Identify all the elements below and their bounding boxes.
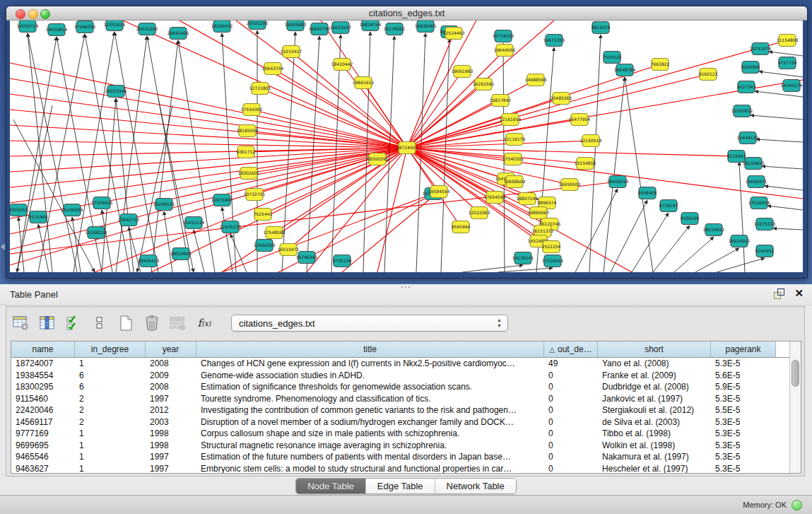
- network-window-titlebar[interactable]: citations_edges.txt: [6, 6, 807, 21]
- graph-node[interactable]: 10732751: [244, 189, 266, 201]
- graph-node[interactable]: 18019502: [703, 224, 725, 236]
- graph-node[interactable]: 8813074: [592, 22, 611, 34]
- graph-node[interactable]: 19884067: [528, 207, 550, 219]
- close-panel-icon[interactable]: ✕: [794, 288, 804, 299]
- graph-node[interactable]: 9245052: [755, 245, 775, 257]
- graph-node[interactable]: 9160123: [699, 69, 718, 81]
- graph-node[interactable]: 20691406: [167, 28, 189, 40]
- column-header-pagerank[interactable]: pagerank: [711, 341, 776, 357]
- graph-node[interactable]: 18302601: [238, 168, 260, 180]
- graph-node[interactable]: 9338205: [681, 213, 700, 225]
- graph-node[interactable]: 17654599: [484, 192, 506, 204]
- column-header-short[interactable]: short: [598, 341, 711, 357]
- graph-node[interactable]: 17334216: [542, 255, 564, 267]
- table-settings-icon[interactable]: [12, 314, 30, 332]
- graph-node[interactable]: 12116179: [504, 134, 526, 146]
- panel-resize-grip[interactable]: [400, 285, 410, 290]
- table-row[interactable]: 977716911998Corpus callosum shape and si…: [11, 428, 801, 440]
- table-row[interactable]: 946554611997Estimation of the future num…: [11, 451, 801, 463]
- table-row[interactable]: 1830029562008Estimation of significance …: [11, 381, 801, 393]
- graph-node[interactable]: 20053346: [105, 86, 127, 98]
- graph-node[interactable]: 9361712: [237, 146, 256, 158]
- float-panel-icon[interactable]: [773, 288, 784, 299]
- graph-node[interactable]: 8393051: [10, 204, 28, 216]
- delete-trash-icon[interactable]: [143, 314, 161, 332]
- table-scrollbar-thumb[interactable]: [792, 360, 799, 387]
- clear-selection-icon[interactable]: [90, 314, 109, 332]
- function-builder-icon[interactable]: f(x): [195, 314, 213, 332]
- graph-node[interactable]: 9735134: [333, 255, 352, 267]
- graph-node[interactable]: 16836465: [415, 21, 437, 33]
- column-header-year[interactable]: year: [146, 341, 196, 357]
- graph-node[interactable]: 12022063: [469, 207, 490, 219]
- graph-node[interactable]: 12093832: [731, 105, 753, 117]
- graph-node[interactable]: 16510471: [278, 244, 300, 256]
- graph-node[interactable]: 20206535: [153, 199, 175, 211]
- graph-node[interactable]: 7515526: [603, 52, 622, 64]
- graph-node[interactable]: 16477954: [569, 114, 591, 126]
- graph-node[interactable]: 14345274: [781, 80, 803, 92]
- graph-node[interactable]: 18724007: [396, 142, 418, 154]
- graph-node[interactable]: 18024901: [170, 248, 192, 260]
- column-header-out_de[interactable]: △out_de…: [544, 341, 598, 357]
- new-document-icon[interactable]: [117, 314, 135, 332]
- graph-node[interactable]: 17359926: [91, 197, 113, 209]
- graph-node[interactable]: 6779197: [659, 200, 678, 212]
- graph-node[interactable]: 12654309: [254, 240, 276, 252]
- graph-node[interactable]: 19644556: [494, 45, 516, 57]
- graph-node[interactable]: 15905413: [138, 255, 160, 267]
- graph-node[interactable]: 15154816: [575, 158, 596, 170]
- graph-node[interactable]: 10688609: [504, 176, 526, 188]
- graph-node[interactable]: 19061983: [452, 66, 473, 78]
- table-row[interactable]: 946362711997Embryonic stem cells: a mode…: [11, 463, 801, 474]
- graph-node[interactable]: 16959503: [559, 179, 581, 191]
- graph-node[interactable]: 16262592: [473, 78, 495, 90]
- graph-node[interactable]: 19861612: [353, 77, 375, 89]
- graph-node[interactable]: 20301295: [247, 21, 269, 30]
- graph-node[interactable]: 20643754: [262, 63, 284, 75]
- network-canvas[interactable]: 1405572419920814179993561235162620031506…: [10, 21, 803, 272]
- tab-network-table[interactable]: Network Table: [435, 479, 516, 493]
- graph-node[interactable]: 11015417: [281, 46, 302, 58]
- graph-node[interactable]: 15692971: [746, 176, 767, 188]
- graph-node[interactable]: 14055724: [17, 21, 39, 33]
- select-column-icon[interactable]: [38, 314, 57, 332]
- graph-node[interactable]: 15751074: [750, 43, 772, 55]
- graph-node[interactable]: 7625442: [254, 209, 273, 221]
- citation-network-graph[interactable]: 1405572419920814179993561235162620031506…: [10, 21, 803, 272]
- graph-node[interactable]: 18420447: [331, 59, 353, 71]
- graph-node[interactable]: 17016504: [748, 197, 770, 209]
- graph-node[interactable]: 19920814: [46, 24, 68, 36]
- graph-node[interactable]: 9115460: [29, 211, 48, 223]
- graph-node[interactable]: 11451134: [183, 217, 205, 229]
- graph-node[interactable]: 17999356: [74, 21, 96, 33]
- table-row[interactable]: 1938455462009Genome-wide association stu…: [11, 370, 801, 382]
- graph-node[interactable]: 9727734: [778, 57, 797, 69]
- table-scrollbar[interactable]: [789, 341, 801, 473]
- graph-node[interactable]: 10975887: [211, 194, 233, 206]
- graph-node[interactable]: 15268123: [86, 227, 107, 239]
- graph-node[interactable]: 18300295: [367, 153, 389, 165]
- graph-node[interactable]: 19565683: [285, 21, 307, 31]
- graph-node[interactable]: 18200432: [211, 21, 233, 33]
- graph-node[interactable]: 10653267: [330, 22, 352, 34]
- graph-node[interactable]: 12160518: [580, 135, 602, 147]
- graph-node[interactable]: 19584554: [428, 186, 450, 198]
- graph-node[interactable]: 16842790: [309, 23, 331, 35]
- tab-edge-table[interactable]: Edge Table: [366, 479, 435, 493]
- graph-node[interactable]: 16924502: [729, 235, 751, 247]
- select-all-checks-icon[interactable]: [64, 314, 83, 332]
- table-row[interactable]: 969969511998Structural magnetic resonanc…: [11, 440, 801, 452]
- graph-node[interactable]: 12351626: [104, 21, 126, 31]
- column-header-name[interactable]: name: [11, 341, 75, 357]
- table-row[interactable]: 1872400712008Changes of HCN gene express…: [11, 358, 801, 370]
- graph-node[interactable]: 17540301: [502, 153, 524, 165]
- graph-node[interactable]: 12444135: [737, 132, 759, 144]
- graph-node[interactable]: 20485365: [551, 93, 572, 105]
- graph-node[interactable]: 15817842: [490, 95, 512, 107]
- graph-node[interactable]: 15276002: [384, 23, 406, 35]
- graph-node[interactable]: 12524493: [443, 28, 465, 40]
- column-header-title[interactable]: title: [196, 341, 544, 357]
- graph-node[interactable]: 12721801: [249, 83, 271, 95]
- graph-node[interactable]: 13942737: [118, 214, 140, 226]
